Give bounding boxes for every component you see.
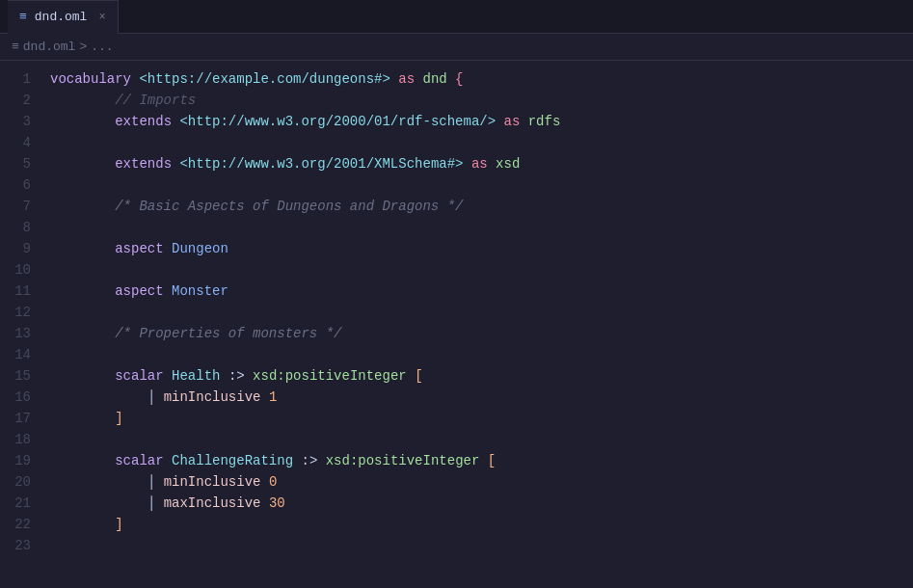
breadcrumb-separator: > (79, 40, 87, 54)
line-number: 18 (0, 429, 31, 450)
editor: 1234567891011121314151617181920212223 vo… (0, 61, 913, 588)
code-line (46, 302, 913, 323)
code-line: scalar Health :> xsd:positiveInteger [ (46, 365, 913, 387)
code-line: aspect Dungeon (46, 238, 913, 259)
code-line: ] (46, 408, 913, 429)
line-number: 13 (0, 323, 31, 344)
line-number: 15 (0, 365, 31, 387)
code-line: ] (46, 514, 913, 535)
line-number: 4 (0, 132, 31, 153)
code-line (46, 217, 913, 238)
title-bar: ≡ dnd.oml × (0, 0, 913, 34)
line-number: 5 (0, 153, 31, 174)
line-number: 7 (0, 196, 31, 217)
code-line: vocabulary <https://example.com/dungeons… (46, 68, 913, 90)
line-number: 8 (0, 217, 31, 238)
code-line: extends <http://www.w3.org/2000/01/rdf-s… (46, 111, 913, 132)
code-area[interactable]: 1234567891011121314151617181920212223 vo… (0, 61, 913, 588)
breadcrumb-bar: ≡ dnd.oml > ... (0, 34, 913, 61)
code-line: /* Properties of monsters */ (46, 323, 913, 344)
file-tab-title: dnd.oml (35, 10, 88, 24)
code-line (46, 132, 913, 153)
line-number: 12 (0, 302, 31, 323)
code-line (46, 429, 913, 450)
code-line: // Imports (46, 90, 913, 111)
line-number: 19 (0, 450, 31, 471)
code-line: aspect Monster (46, 281, 913, 302)
line-number: 22 (0, 514, 31, 535)
code-line (46, 174, 913, 196)
file-tab-icon: ≡ (19, 10, 27, 24)
code-content[interactable]: vocabulary <https://example.com/dungeons… (46, 61, 913, 588)
breadcrumb-path: ... (91, 40, 113, 54)
breadcrumb-icon: ≡ (12, 40, 19, 54)
line-number: 3 (0, 111, 31, 132)
code-line (46, 535, 913, 556)
code-line (46, 344, 913, 365)
code-line: │ minInclusive 0 (46, 471, 913, 493)
line-number: 16 (0, 387, 31, 408)
line-number: 23 (0, 535, 31, 556)
close-tab-button[interactable]: × (98, 11, 105, 24)
line-number: 6 (0, 174, 31, 196)
code-line: extends <http://www.w3.org/2001/XMLSchem… (46, 153, 913, 174)
line-number: 17 (0, 408, 31, 429)
line-number: 9 (0, 238, 31, 259)
line-number: 21 (0, 493, 31, 514)
code-line (46, 259, 913, 281)
line-number: 14 (0, 344, 31, 365)
code-line: │ maxInclusive 30 (46, 493, 913, 514)
breadcrumb-file[interactable]: dnd.oml (23, 40, 76, 54)
line-number: 1 (0, 68, 31, 90)
line-number: 2 (0, 90, 31, 111)
code-line: │ minInclusive 1 (46, 387, 913, 408)
line-number: 10 (0, 259, 31, 281)
line-number: 11 (0, 281, 31, 302)
code-line: scalar ChallengeRating :> xsd:positiveIn… (46, 450, 913, 471)
code-line: /* Basic Aspects of Dungeons and Dragons… (46, 196, 913, 217)
line-numbers: 1234567891011121314151617181920212223 (0, 61, 46, 588)
file-tab[interactable]: ≡ dnd.oml × (8, 0, 119, 34)
line-number: 20 (0, 471, 31, 493)
